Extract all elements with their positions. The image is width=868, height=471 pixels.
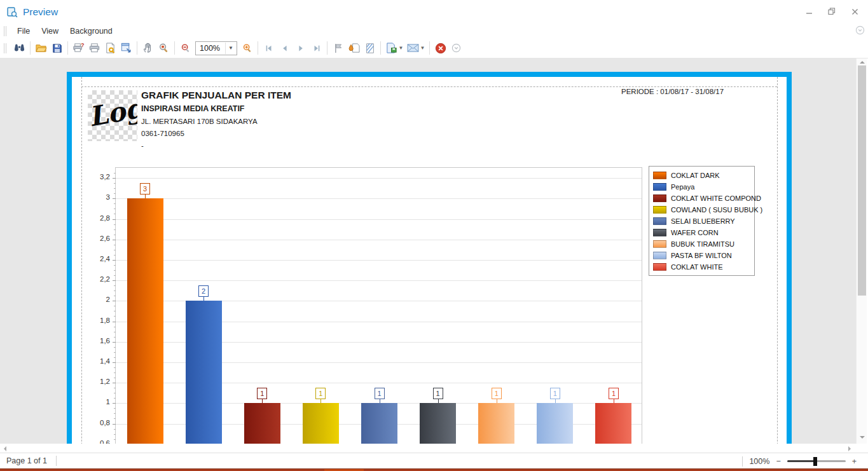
scroll-left-icon[interactable] <box>3 446 6 451</box>
zoom-level-combobox[interactable]: 100% ▼ <box>195 41 237 55</box>
margin-guide-left <box>81 77 82 444</box>
bar-label-connector <box>497 399 497 403</box>
y-axis-minor-tick <box>114 306 116 306</box>
find-button[interactable] <box>11 40 27 56</box>
y-axis-tick-label: 3 <box>85 193 110 201</box>
y-axis-minor-tick <box>114 352 116 353</box>
company-logo: Logo <box>88 90 137 141</box>
next-page-button[interactable] <box>293 40 308 56</box>
prev-page-icon <box>280 44 289 53</box>
y-axis-minor-tick <box>114 378 116 378</box>
legend-item: COKLAT DARK <box>653 170 750 181</box>
vertical-scrollbar-thumb[interactable] <box>858 65 866 296</box>
title-bar: Preview <box>0 0 868 24</box>
gridline <box>116 178 642 179</box>
page-count-label: Page 1 of 1 <box>6 456 47 465</box>
y-axis-minor-tick <box>114 193 116 194</box>
close-window-button[interactable] <box>846 5 863 18</box>
legend-item: COWLAND ( SUSU BUBUK ) <box>653 204 750 215</box>
y-axis-tick-label: 1,6 <box>85 337 110 345</box>
menu-grip[interactable] <box>4 26 6 36</box>
zoom-out-button[interactable] <box>177 40 193 56</box>
y-axis-tick <box>113 362 116 363</box>
y-axis-minor-tick <box>114 255 116 256</box>
vertical-scrollbar[interactable] <box>856 58 867 444</box>
minimize-button[interactable] <box>801 5 817 18</box>
logo-text: Logo <box>88 90 137 133</box>
watermark-button[interactable] <box>362 40 378 56</box>
y-axis-tick <box>113 342 116 343</box>
menu-background[interactable]: Background <box>64 25 118 37</box>
status-zoom-label: 100% <box>749 457 769 466</box>
export-button[interactable]: ▼ <box>383 40 405 56</box>
zoom-tool-button[interactable] <box>156 40 172 56</box>
scroll-right-icon[interactable] <box>848 446 851 451</box>
open-button[interactable] <box>33 40 49 56</box>
toolbar-overflow-button[interactable] <box>855 25 865 38</box>
gridline <box>116 219 642 220</box>
y-axis-minor-tick <box>114 229 116 230</box>
chart-bar <box>420 403 456 444</box>
chart-bar <box>127 198 163 444</box>
bar-label-connector <box>203 297 204 301</box>
chart-bar <box>595 403 631 444</box>
legend-label: COKLAT WHITE <box>671 263 723 271</box>
legend-label: WAFER CORN <box>671 229 719 236</box>
margin-guide-right <box>777 77 778 444</box>
hand-icon <box>142 42 154 54</box>
legend-swatch <box>653 229 666 236</box>
page-setup-button[interactable] <box>102 40 118 56</box>
zoom-plus-button[interactable]: + <box>852 457 857 466</box>
first-page-button[interactable] <box>261 40 277 56</box>
page-background-button[interactable] <box>346 40 362 56</box>
zoom-in-button[interactable] <box>239 40 255 56</box>
y-axis-tick <box>113 383 116 383</box>
chart-legend: COKLAT DARKPepayaCOKLAT WHITE COMPONDCOW… <box>649 166 755 276</box>
legend-swatch <box>653 217 666 225</box>
scale-button[interactable] <box>118 40 134 56</box>
prev-page-button[interactable] <box>277 40 293 56</box>
y-axis-minor-tick <box>114 183 116 184</box>
horizontal-scrollbar[interactable] <box>0 444 868 453</box>
chart-bar <box>303 403 339 444</box>
menu-view[interactable]: View <box>36 25 64 37</box>
zoom-minus-button[interactable]: − <box>776 457 780 466</box>
last-page-button[interactable] <box>308 40 324 56</box>
restore-button[interactable] <box>823 5 840 18</box>
y-axis-minor-tick <box>114 413 116 414</box>
paint-drop-icon <box>348 42 360 54</box>
outline-button[interactable] <box>330 40 346 56</box>
binoculars-icon <box>13 42 25 54</box>
menu-file[interactable]: File <box>11 25 36 37</box>
y-axis-tick <box>113 240 116 240</box>
combo-dropdown-icon[interactable]: ▼ <box>225 43 236 54</box>
y-axis-minor-tick <box>114 393 116 393</box>
scroll-up-icon[interactable] <box>860 60 865 64</box>
toolbar-options-button[interactable] <box>448 40 464 56</box>
chart-bar <box>361 403 397 444</box>
y-axis-minor-tick <box>114 270 116 271</box>
print-dialog-button[interactable]: ? <box>71 40 86 56</box>
zoom-slider-thumb[interactable] <box>813 457 817 466</box>
scroll-down-icon[interactable] <box>860 436 865 439</box>
y-axis-tick-label: 0,8 <box>85 419 110 427</box>
bar-label-connector <box>320 399 321 403</box>
toolbar-grip[interactable] <box>4 43 6 53</box>
y-axis-tick-label: 2,8 <box>85 214 110 222</box>
y-axis-minor-tick <box>114 408 116 409</box>
preview-window-icon <box>6 6 18 18</box>
y-axis-tick-label: 0,6 <box>85 439 110 444</box>
watermark-page-icon <box>364 43 376 54</box>
email-dropdown-icon[interactable]: ▼ <box>420 45 425 51</box>
zoom-slider[interactable] <box>787 457 846 466</box>
save-button[interactable] <box>49 40 65 56</box>
export-dropdown-icon[interactable]: ▼ <box>399 45 404 51</box>
hand-tool-button[interactable] <box>140 40 156 56</box>
y-axis-tick-label: 2,2 <box>85 275 110 283</box>
y-axis-minor-tick <box>114 250 116 250</box>
bar-label-connector <box>614 399 614 403</box>
close-preview-button[interactable] <box>432 40 448 56</box>
quick-print-button[interactable] <box>86 40 102 56</box>
bar-label-connector <box>145 195 146 198</box>
email-button[interactable]: ▼ <box>405 40 427 56</box>
